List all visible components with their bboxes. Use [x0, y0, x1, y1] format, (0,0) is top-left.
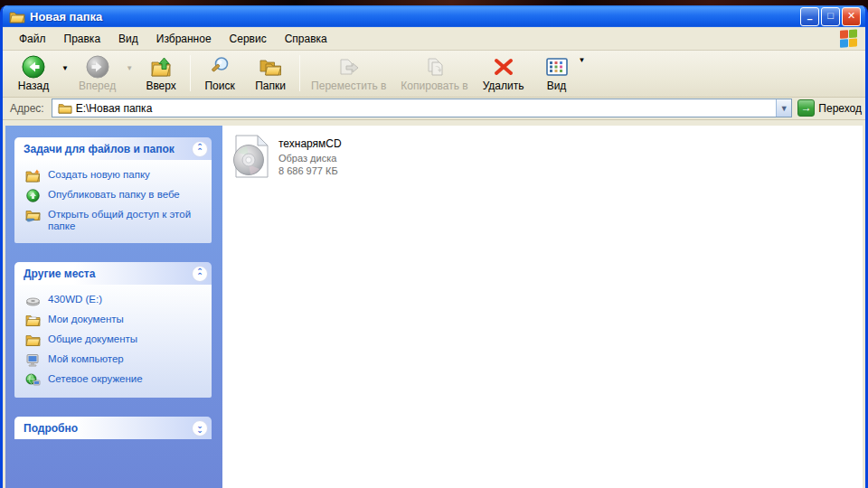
window-title: Новая папка: [30, 10, 800, 23]
forward-button[interactable]: Вперед: [71, 52, 123, 94]
search-button[interactable]: Поиск: [194, 52, 245, 94]
folders-icon: [259, 55, 282, 79]
maximize-button[interactable]: □: [821, 7, 840, 26]
publish-web-icon: [25, 189, 41, 202]
place-network[interactable]: Сетевое окружение: [25, 373, 204, 387]
panel-file-tasks-header[interactable]: Задачи для файлов и папок ⌃⌃: [14, 137, 212, 160]
address-dropdown[interactable]: ▼: [776, 99, 791, 117]
network-icon: [25, 373, 41, 387]
back-button[interactable]: Назад: [8, 52, 59, 94]
task-pane-sidebar: Задачи для файлов и папок ⌃⌃ Создать нов…: [5, 126, 222, 488]
menu-favorites[interactable]: Избранное: [147, 29, 221, 49]
move-to-icon: [337, 55, 361, 79]
address-value: E:\Новая папка: [76, 102, 777, 115]
panel-title: Другие места: [24, 267, 95, 280]
forward-dropdown[interactable]: ▼: [123, 47, 136, 89]
panel-details: Подробно ⌄⌄: [14, 417, 212, 439]
minimize-button[interactable]: –: [800, 7, 819, 26]
task-publish-web[interactable]: Опубликовать папку в вебе: [25, 189, 204, 202]
place-drive-e[interactable]: 430WD (E:): [25, 294, 204, 307]
panel-other-places: Другие места ⌃⌃ 430WD (E:): [14, 262, 212, 398]
view-icon: [545, 55, 569, 79]
toolbar-separator: [299, 55, 300, 91]
place-my-documents[interactable]: Мои документы: [25, 314, 204, 327]
address-bar: Адрес: E:\Новая папка ▼ → Переход: [3, 98, 865, 120]
content-area: Задачи для файлов и папок ⌃⌃ Создать нов…: [5, 126, 863, 488]
panel-title: Задачи для файлов и папок: [24, 143, 175, 155]
file-name: технарямCD: [278, 137, 342, 150]
up-button[interactable]: Вверх: [136, 52, 186, 94]
view-dropdown[interactable]: ▼: [579, 56, 586, 64]
computer-icon: [25, 353, 41, 367]
menu-tools[interactable]: Сервис: [221, 29, 276, 49]
disc-image-file-icon: [230, 135, 271, 178]
explorer-window: Новая папка – □ ✕ Файл Правка Вид Избран…: [0, 5, 868, 488]
panel-details-header[interactable]: Подробно ⌄⌄: [14, 417, 212, 439]
file-type: Образ диска: [278, 152, 342, 164]
delete-button[interactable]: Удалить: [476, 52, 532, 94]
place-my-computer[interactable]: Мой компьютер: [25, 353, 204, 367]
menu-view[interactable]: Вид: [109, 29, 147, 49]
menu-edit[interactable]: Правка: [55, 29, 110, 49]
forward-icon: [86, 55, 109, 79]
go-arrow-icon: →: [797, 99, 815, 117]
expand-chevron-icon[interactable]: ⌄⌄: [192, 420, 208, 436]
file-size: 8 686 977 КБ: [278, 164, 342, 177]
address-input[interactable]: E:\Новая папка ▼: [52, 99, 793, 117]
go-button[interactable]: → Переход: [797, 99, 862, 117]
title-bar[interactable]: Новая папка – □ ✕: [3, 5, 865, 27]
task-create-folder[interactable]: Создать новую папку: [25, 169, 204, 183]
copy-to-button[interactable]: Копировать в: [393, 52, 475, 94]
delete-icon: [492, 55, 515, 79]
file-item[interactable]: технарямCD Образ диска 8 686 977 КБ: [228, 133, 499, 180]
menu-bar: Файл Правка Вид Избранное Сервис Справка: [3, 27, 865, 51]
panel-file-tasks: Задачи для файлов и папок ⌃⌃ Создать нов…: [14, 137, 212, 243]
shared-folder-icon: [25, 209, 41, 222]
view-button[interactable]: Вид ▼: [532, 52, 582, 94]
up-icon: [149, 55, 173, 79]
panel-title: Подробно: [24, 422, 78, 435]
windows-logo-icon: [840, 29, 858, 48]
panel-other-places-header[interactable]: Другие места ⌃⌃: [14, 262, 212, 285]
task-share-folder[interactable]: Открыть общий доступ к этой папке: [25, 209, 204, 232]
folder-icon: [58, 102, 72, 114]
collapse-chevron-icon[interactable]: ⌃⌃: [192, 141, 208, 157]
place-shared-documents[interactable]: Общие документы: [25, 333, 204, 347]
move-to-button[interactable]: Переместить в: [304, 52, 393, 94]
folders-button[interactable]: Папки: [245, 52, 296, 94]
folder-icon: [25, 333, 41, 347]
collapse-chevron-icon[interactable]: ⌃⌃: [192, 266, 208, 282]
my-documents-icon: [25, 314, 41, 327]
back-icon: [22, 55, 45, 79]
back-dropdown[interactable]: ▼: [59, 47, 71, 89]
menu-help[interactable]: Справка: [276, 29, 336, 49]
close-button[interactable]: ✕: [842, 7, 861, 26]
address-label: Адрес:: [10, 102, 44, 115]
toolbar-separator: [190, 55, 191, 91]
file-list-area[interactable]: технарямCD Образ диска 8 686 977 КБ: [222, 126, 863, 488]
folder-icon: [9, 10, 25, 23]
disk-drive-icon: [25, 294, 41, 307]
toolbar: Назад ▼ Вперед ▼ Вверх По: [3, 51, 865, 98]
search-icon: [208, 55, 231, 79]
menu-file[interactable]: Файл: [10, 29, 55, 49]
copy-to-icon: [423, 55, 447, 79]
new-folder-icon: [25, 169, 41, 183]
